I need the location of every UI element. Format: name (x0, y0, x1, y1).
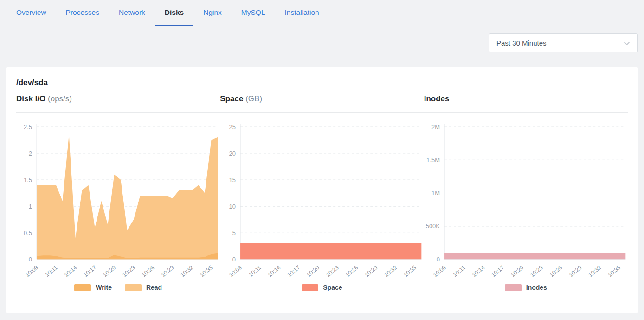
chevron-down-icon (623, 39, 631, 47)
svg-text:10:14: 10:14 (63, 264, 78, 279)
chart-title-inodes: Inodes (424, 94, 628, 104)
chart-title-unit: (ops/s) (48, 94, 72, 103)
chart-title-text: Inodes (424, 94, 450, 103)
time-range-value: Past 30 Minutes (496, 39, 547, 47)
svg-text:10:17: 10:17 (82, 264, 97, 279)
svg-text:10:23: 10:23 (325, 264, 340, 279)
legend-item-space: Space (302, 284, 342, 291)
tab-disks[interactable]: Disks (155, 0, 193, 26)
svg-text:10:35: 10:35 (403, 264, 418, 279)
svg-text:0.5: 0.5 (24, 229, 32, 236)
svg-text:10:11: 10:11 (451, 264, 466, 278)
chart-col-disk-io: 00.511.522.510:0810:1110:1410:1710:2010:… (16, 118, 220, 291)
time-range-select[interactable]: Past 30 Minutes (489, 33, 638, 52)
svg-text:2: 2 (29, 150, 32, 157)
tab-processes[interactable]: Processes (56, 0, 109, 26)
svg-text:0: 0 (232, 256, 236, 263)
svg-text:10:23: 10:23 (529, 264, 544, 279)
chart-col-inodes: 0500K1M1.5M2M10:0810:1110:1410:1710:2010… (424, 118, 628, 291)
chart-col-space: 051015202510:0810:1110:1410:1710:2010:23… (220, 118, 424, 291)
inodes-chart: 0500K1M1.5M2M10:0810:1110:1410:1710:2010… (424, 118, 628, 281)
svg-text:1.5M: 1.5M (426, 157, 440, 163)
tab-nginx[interactable]: Nginx (193, 0, 232, 26)
svg-text:10:14: 10:14 (470, 264, 486, 279)
svg-text:10:20: 10:20 (102, 264, 117, 279)
chart-titles-row: Disk I/O (ops/s) Space (GB) Inodes (16, 94, 628, 104)
svg-text:10:08: 10:08 (228, 264, 243, 279)
svg-text:10:29: 10:29 (567, 264, 583, 279)
svg-text:10:11: 10:11 (44, 264, 59, 278)
svg-text:1M: 1M (431, 189, 440, 196)
svg-text:10:20: 10:20 (509, 264, 525, 279)
tab-mysql[interactable]: MySQL (232, 0, 275, 26)
svg-text:2.5: 2.5 (24, 124, 32, 131)
svg-text:10:20: 10:20 (306, 264, 321, 279)
svg-text:0: 0 (436, 256, 439, 263)
space-chart: 051015202510:0810:1110:1410:1710:2010:23… (220, 118, 424, 281)
svg-text:10:35: 10:35 (199, 264, 214, 279)
tab-overview[interactable]: Overview (6, 0, 56, 26)
toolbar: Past 30 Minutes (0, 26, 644, 67)
svg-text:10:14: 10:14 (267, 264, 282, 279)
svg-text:10:08: 10:08 (432, 264, 447, 279)
svg-text:10:29: 10:29 (160, 264, 175, 279)
write-label: Write (96, 284, 112, 291)
chart-title-space: Space (GB) (220, 94, 424, 104)
space-legend: Space (220, 284, 424, 291)
svg-text:15: 15 (229, 176, 236, 183)
device-title: /dev/sda (16, 78, 628, 87)
svg-text:10:11: 10:11 (248, 264, 263, 278)
svg-text:10: 10 (229, 203, 236, 210)
read-label: Read (146, 284, 162, 291)
read-swatch (125, 284, 142, 291)
titles-divider (16, 112, 628, 113)
disk-card: /dev/sda Disk I/O (ops/s) Space (GB) Ino… (6, 67, 638, 313)
svg-text:25: 25 (229, 124, 236, 131)
chart-title-text: Space (220, 94, 243, 103)
tab-network[interactable]: Network (109, 0, 155, 26)
svg-text:10:32: 10:32 (180, 264, 195, 279)
inodes-swatch (505, 284, 522, 291)
svg-text:10:32: 10:32 (383, 264, 399, 279)
svg-text:10:32: 10:32 (587, 264, 602, 279)
charts-row: 00.511.522.510:0810:1110:1410:1710:2010:… (16, 118, 628, 291)
svg-text:2M: 2M (431, 124, 440, 131)
svg-text:10:35: 10:35 (606, 264, 622, 279)
disk-io-chart: 00.511.522.510:0810:1110:1410:1710:2010:… (16, 118, 220, 281)
svg-text:10:08: 10:08 (24, 264, 39, 279)
svg-text:1.5: 1.5 (24, 176, 32, 183)
inodes-legend: Inodes (424, 284, 628, 291)
chart-title-text: Disk I/O (16, 94, 45, 103)
svg-text:10:29: 10:29 (364, 264, 379, 279)
chart-title-unit: (GB) (245, 94, 262, 103)
svg-text:0: 0 (29, 256, 32, 263)
svg-text:10:26: 10:26 (548, 264, 564, 279)
svg-text:10:17: 10:17 (286, 264, 302, 279)
disk-io-legend: Write Read (16, 284, 220, 291)
svg-text:10:23: 10:23 (121, 264, 136, 279)
svg-text:5: 5 (232, 229, 236, 236)
legend-item-inodes: Inodes (505, 284, 547, 291)
space-swatch (302, 284, 318, 291)
svg-text:1: 1 (29, 203, 32, 210)
svg-text:10:26: 10:26 (344, 264, 360, 279)
legend-item-read: Read (125, 284, 162, 291)
chart-title-disk-io: Disk I/O (ops/s) (16, 94, 220, 104)
legend-item-write: Write (74, 284, 112, 291)
main-tabbar: Overview Processes Network Disks Nginx M… (0, 0, 644, 26)
svg-text:10:26: 10:26 (141, 264, 156, 279)
svg-text:500K: 500K (425, 222, 440, 229)
tab-installation[interactable]: Installation (275, 0, 329, 26)
inodes-label: Inodes (526, 284, 547, 291)
svg-text:20: 20 (229, 150, 236, 157)
svg-text:10:17: 10:17 (490, 264, 505, 279)
write-swatch (74, 284, 91, 291)
space-label: Space (323, 284, 342, 291)
